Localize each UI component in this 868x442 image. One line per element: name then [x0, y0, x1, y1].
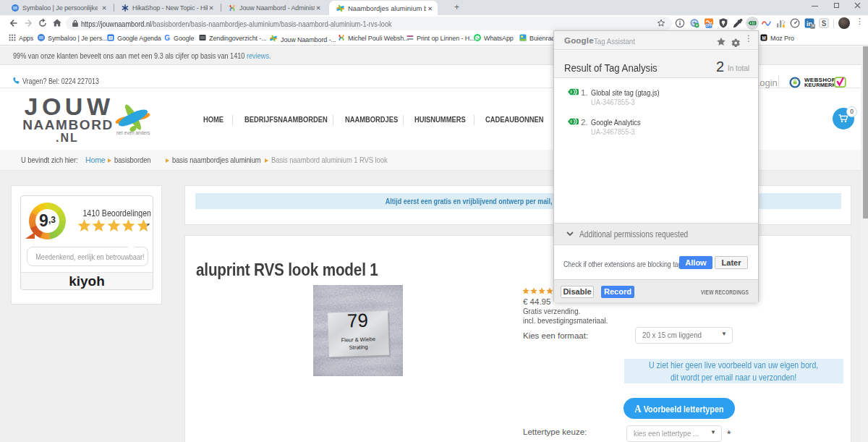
svg-text:31: 31	[109, 36, 113, 40]
svg-text:Strating: Strating	[349, 344, 368, 351]
svg-text:79: 79	[346, 310, 368, 332]
svg-text:OFF: OFF	[705, 24, 712, 27]
svg-text:Fleur & Wiebe: Fleur & Wiebe	[341, 336, 375, 344]
svg-text:S: S	[822, 20, 827, 27]
svg-text:G: G	[164, 34, 170, 41]
svg-text:M: M	[762, 35, 765, 41]
